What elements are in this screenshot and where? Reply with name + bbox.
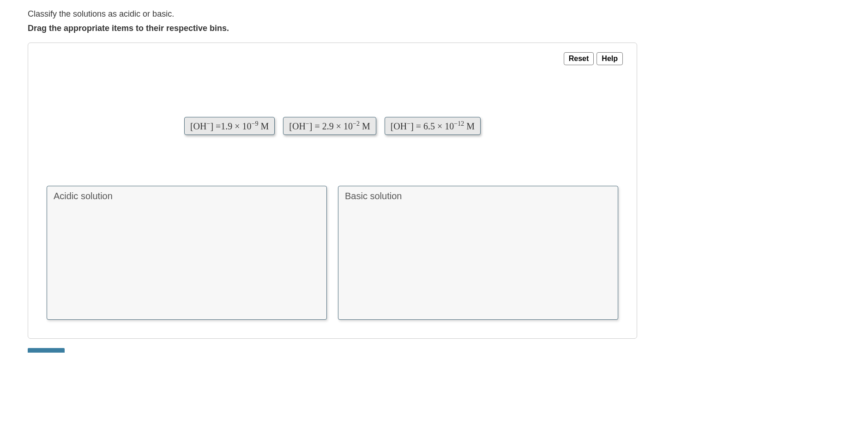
help-button[interactable]: Help	[597, 52, 623, 65]
item-prefix: [OH	[190, 121, 207, 131]
item-suffix: M	[360, 121, 370, 131]
reset-button[interactable]: Reset	[564, 52, 594, 65]
item-sup2: −2	[353, 120, 360, 127]
item-sup1: −	[306, 120, 309, 127]
item-mid: ] =1.9 × 10	[210, 121, 251, 131]
bin-basic-label: Basic solution	[345, 191, 611, 202]
instruction-text: Drag the appropriate items to their resp…	[28, 24, 840, 33]
drag-item-2[interactable]: [OH−] = 2.9 × 10−2 M	[283, 117, 376, 135]
item-suffix: M	[259, 121, 269, 131]
toolbar: Reset Help	[564, 52, 623, 65]
submit-button-partial[interactable]	[28, 348, 65, 353]
item-mid: ] = 6.5 × 10	[410, 121, 454, 131]
bin-basic[interactable]: Basic solution	[338, 186, 618, 320]
bin-acidic-label: Acidic solution	[54, 191, 320, 202]
drag-item-3[interactable]: [OH−] = 6.5 × 10−12 M	[385, 117, 481, 135]
work-area: Reset Help [OH−] =1.9 × 10−9 M [OH−] = 2…	[28, 43, 637, 339]
bin-acidic[interactable]: Acidic solution	[47, 186, 327, 320]
question-text: Classify the solutions as acidic or basi…	[28, 9, 840, 19]
drag-item-1[interactable]: [OH−] =1.9 × 10−9 M	[184, 117, 275, 135]
item-prefix: [OH	[289, 121, 306, 131]
item-prefix: [OH	[391, 121, 407, 131]
item-suffix: M	[464, 121, 475, 131]
item-mid: ] = 2.9 × 10	[309, 121, 353, 131]
item-sup1: −	[407, 120, 410, 127]
draggable-items-row: [OH−] =1.9 × 10−9 M [OH−] = 2.9 × 10−2 M…	[47, 117, 618, 135]
item-sup2: −12	[454, 120, 464, 127]
bins-row: Acidic solution Basic solution	[47, 186, 618, 320]
item-sup2: −9	[252, 120, 259, 127]
